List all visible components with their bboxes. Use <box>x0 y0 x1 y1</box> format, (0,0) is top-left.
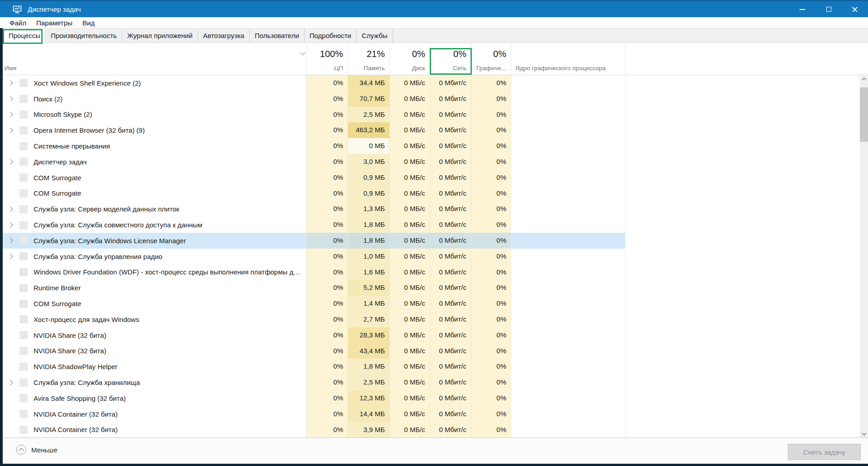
window-controls <box>789 1 868 17</box>
tab-processes[interactable]: Процессы <box>3 29 46 43</box>
expand-chevron-icon[interactable] <box>7 80 14 86</box>
scrollbar-thumb[interactable] <box>860 87 868 142</box>
cpu-cell: 0% <box>306 75 348 91</box>
cpu-cell: 0% <box>306 406 348 422</box>
process-row[interactable]: Системные прерывания0%0 МБ0 МБ/с0 Мбит/с… <box>0 138 626 154</box>
network-column-label: Сеть <box>453 65 466 72</box>
column-header-memory[interactable]: 21%Память <box>348 43 389 75</box>
scrollbar-up-button[interactable] <box>860 75 868 83</box>
window-title: Диспетчер задач <box>28 5 81 13</box>
disk-cell: 0 МБ/с <box>389 201 430 217</box>
menu-item-options[interactable]: Параметры <box>31 17 78 28</box>
gpu-core-cell <box>511 154 626 170</box>
process-row[interactable]: Runtime Broker0%5,2 МБ0 МБ/с0 Мбит/с0% <box>0 280 626 296</box>
disk-cell: 0 МБ/с <box>389 312 430 327</box>
tab-details[interactable]: Подробности <box>305 29 357 43</box>
menu-item-view[interactable]: Вид <box>78 17 100 28</box>
expand-chevron-icon[interactable] <box>7 253 14 259</box>
gpu-column-label: Графиче... <box>476 65 506 72</box>
expand-chevron-icon[interactable] <box>7 206 14 212</box>
tab-performance[interactable]: Производительность <box>46 29 122 43</box>
process-row[interactable]: NVIDIA Share (32 бита)0%43,4 МБ0 МБ/с0 М… <box>0 343 626 359</box>
process-row[interactable]: Хост-процесс для задач Windows0%2,7 МБ0 … <box>0 312 626 327</box>
expand-chevron-icon[interactable] <box>7 159 14 165</box>
cpu-cell: 0% <box>306 343 348 359</box>
process-row[interactable]: Служба узла: Служба совместного доступа … <box>0 217 626 233</box>
gpu-cell: 0% <box>471 186 511 202</box>
column-header-disk[interactable]: 0%Диск <box>389 43 430 75</box>
disk-cell: 0 МБ/с <box>389 296 430 312</box>
gpu-cell: 0% <box>471 312 511 327</box>
process-row[interactable]: COM Surrogate0%0,9 МБ0 МБ/с0 Мбит/с0% <box>0 186 626 202</box>
close-button[interactable] <box>842 1 868 17</box>
process-name: Avira Safe Shopping (32 бита) <box>34 394 129 402</box>
process-row[interactable]: Служба узла: Сервер моделей данных плито… <box>0 201 626 217</box>
process-row[interactable]: Opera Internet Browser (32 бита) (9)0%46… <box>0 122 626 138</box>
process-name: COM Surrogate <box>34 189 84 197</box>
expand-chevron-icon[interactable] <box>7 127 14 134</box>
process-row[interactable]: COM Surrogate0%0,9 МБ0 МБ/с0 Мбит/с0% <box>0 170 626 186</box>
process-row[interactable]: COM Surrogate0%1,4 МБ0 МБ/с0 Мбит/с0% <box>0 296 626 312</box>
expand-chevron-icon[interactable] <box>7 111 14 118</box>
expand-chevron-icon[interactable] <box>7 380 14 386</box>
cpu-cell: 0% <box>306 107 348 123</box>
process-name: Системные прерывания <box>34 142 113 150</box>
tab-users[interactable]: Пользователи <box>250 29 305 43</box>
expand-chevron-icon[interactable] <box>7 237 14 244</box>
expand-chevron-icon[interactable] <box>7 96 14 102</box>
expand-chevron-icon[interactable] <box>7 222 14 228</box>
menu-item-file[interactable]: Файл <box>5 17 31 28</box>
process-row[interactable]: Windows Driver Foundation (WDF) - хост-п… <box>0 264 626 280</box>
end-task-button[interactable]: Снять задачу <box>788 444 861 460</box>
disk-usage-value: 0% <box>412 49 425 59</box>
cpu-cell: 0% <box>306 249 348 264</box>
process-row[interactable]: Служба узла: Служба хранилища0%2,5 МБ0 М… <box>0 375 626 390</box>
process-row[interactable]: NVIDIA ShadowPlay Helper0%1,8 МБ0 МБ/с0 … <box>0 359 626 375</box>
process-row[interactable]: Служба узла: Служба управления радио0%1,… <box>0 249 626 264</box>
process-name-cell: Системные прерывания <box>0 138 306 154</box>
scrollbar-down-icon <box>862 431 866 435</box>
gpu-core-cell <box>511 249 626 264</box>
gpu-core-cell <box>511 122 626 138</box>
process-row[interactable]: Хост Windows Shell Experience (2)0%34,4 … <box>0 75 626 91</box>
network-cell: 0 Мбит/с <box>430 264 471 280</box>
gpu-core-cell <box>511 375 626 390</box>
minimize-button[interactable] <box>789 1 815 17</box>
vertical-scrollbar[interactable] <box>860 75 868 437</box>
process-row[interactable]: NVIDIA Container (32 бита)0%14,4 МБ0 МБ/… <box>0 406 626 422</box>
network-cell: 0 Мбит/с <box>430 217 471 233</box>
process-icon <box>19 158 28 166</box>
column-header-gpu[interactable]: 0%Графиче... <box>471 43 511 75</box>
network-cell: 0 Мбит/с <box>430 406 471 422</box>
process-name-cell: Хост Windows Shell Experience (2) <box>0 75 306 91</box>
column-header-network[interactable]: 0%Сеть <box>430 43 471 75</box>
process-row[interactable]: Поиск (2)0%70,7 МБ0 МБ/с0 Мбит/с0% <box>0 91 626 107</box>
process-name: NVIDIA Container (32 бита) <box>34 426 120 433</box>
process-row-selected[interactable]: Служба узла: Служба Windows License Mana… <box>0 233 626 249</box>
footer-bar: Меньше Снять задачу <box>0 437 868 464</box>
disk-cell: 0 МБ/с <box>389 154 430 170</box>
process-row[interactable]: NVIDIA Container (32 бита)0%3,9 МБ0 МБ/с… <box>0 422 626 437</box>
column-header-gpu-core[interactable]: Ядро графического процессора <box>511 43 626 75</box>
fewer-details-button[interactable]: Меньше <box>16 445 57 455</box>
process-row[interactable]: Диспетчер задач0%3,0 МБ0 МБ/с0 Мбит/с0% <box>0 154 626 170</box>
process-row[interactable]: Avira Safe Shopping (32 бита)0%12,3 МБ0 … <box>0 390 626 406</box>
cpu-cell: 0% <box>306 217 348 233</box>
process-row[interactable]: Microsoft Skype (2)0%2,5 МБ0 МБ/с0 Мбит/… <box>0 107 626 123</box>
gpu-core-cell <box>511 186 626 202</box>
menubar: ФайлПараметрыВид <box>0 17 868 28</box>
process-row[interactable]: NVIDIA Share (32 бита)0%28,3 МБ0 МБ/с0 М… <box>0 327 626 343</box>
tab-services[interactable]: Службы <box>357 29 393 43</box>
network-cell: 0 Мбит/с <box>430 170 471 186</box>
maximize-button[interactable] <box>815 1 842 17</box>
tab-startup[interactable]: Автозагрузка <box>198 29 250 43</box>
gpu-core-cell <box>511 312 626 327</box>
column-header-name[interactable]: Имя <box>0 43 306 75</box>
expand-spacer <box>7 143 14 149</box>
disk-cell: 0 МБ/с <box>389 75 430 91</box>
disk-cell: 0 МБ/с <box>389 280 430 296</box>
tab-app-history[interactable]: Журнал приложений <box>122 29 198 43</box>
disk-cell: 0 МБ/с <box>389 107 430 123</box>
scrollbar-down-button[interactable] <box>860 430 868 437</box>
column-header-cpu[interactable]: 100%ЦП <box>306 43 348 75</box>
